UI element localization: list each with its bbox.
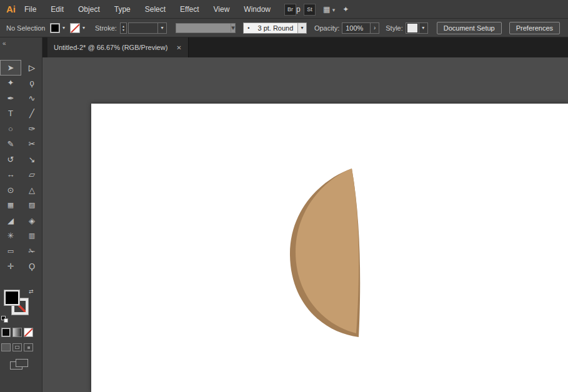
fill-indicator[interactable] [4,290,20,306]
blend-tool[interactable]: ◈ [21,213,42,228]
brush-preview-dot-icon: • [244,25,254,31]
document-tab-strip: Untitled-2* @ 66.67% (RGB/Preview) ✕ [42,37,568,57]
shape-builder-tool[interactable]: ⊙ [0,182,21,198]
style-swatch [407,24,417,32]
slice-tool[interactable]: ✁ [21,243,42,259]
menu-type[interactable]: Type [114,5,131,14]
stepper-down-icon[interactable]: ▾ [122,28,124,32]
canvas-pasteboard[interactable] [42,57,568,392]
document-setup-button[interactable]: Document Setup [437,22,502,34]
document-tab[interactable]: Untitled-2* @ 66.67% (RGB/Preview) ✕ [47,37,189,57]
pen-tool[interactable]: ✒ [0,91,21,106]
gradient-button[interactable] [12,328,22,337]
close-icon[interactable]: ✕ [176,44,181,51]
default-stroke-square [4,318,8,323]
brush-definition-combo[interactable]: • 3 pt. Round ▾ [243,22,307,34]
stock-icon[interactable]: St [304,4,316,16]
draw-normal-button[interactable] [1,343,11,351]
lasso-tool[interactable]: ϙ [21,76,42,91]
chevron-down-icon[interactable]: ▾ [419,23,427,33]
line-segment-tool[interactable]: ╱ [21,106,42,122]
chevron-down-icon: ▾ [332,7,336,13]
selection-tool[interactable]: ➤ [0,60,21,76]
gradient-tool[interactable]: ▨ [21,198,42,213]
width-profile-combo: ▾ [176,23,236,33]
collapse-panel-button[interactable]: « [2,40,6,47]
ellipse-tool[interactable]: ○ [0,121,21,137]
opacity-label: Opacity: [314,24,339,32]
opacity-input[interactable]: 100% [342,22,371,34]
crescent-shape[interactable] [287,164,364,341]
menu-effect[interactable]: Effect [180,5,199,14]
menu-window[interactable]: Window [244,5,271,14]
screen-mode-rect-front [16,359,28,367]
workspace-switcher[interactable]: ▦ ▾ [323,5,335,14]
graphic-style-combo[interactable]: ▾ [406,22,428,34]
magic-wand-tool[interactable]: ✦ [0,76,21,91]
hand-tool[interactable]: ✛ [0,259,21,275]
style-label: Style: [386,24,403,32]
fill-color-swatch[interactable] [50,23,60,33]
selection-status: No Selection [6,24,50,32]
scissors-tool[interactable]: ✂ [21,137,42,152]
menu-bar-right: Br St ▦ ▾ ✦ [284,0,349,19]
tools-grid: ➤ ▷ ✦ ϙ ✒ ∿ T ╱ ○ ✑ ✎ ✂ ↺ ↘ ↔ ▱ ⊙ △ ▦ ▨ … [0,60,42,274]
eyedropper-tool[interactable]: ◢ [0,213,21,228]
illustrator-window: Ai File Edit Object Type Select Effect V… [0,0,568,392]
menu-file[interactable]: File [24,5,36,14]
stroke-color-control[interactable]: ▾ [70,23,86,33]
color-mode-row [1,328,33,337]
shaper-tool[interactable]: ✎ [0,137,21,152]
scale-tool[interactable]: ↘ [21,152,42,167]
draw-inside-button[interactable] [24,343,33,351]
menu-items: File Edit Object Type Select Effect View… [24,5,301,14]
curvature-tool[interactable]: ∿ [21,91,42,106]
fill-stroke-indicator: ⇄ [0,290,42,326]
menu-bar: Ai File Edit Object Type Select Effect V… [0,0,568,19]
control-bar: No Selection ▾ ▾ Stroke: ▴ ▾ ▾ ▾ • 3 pt.… [0,19,568,37]
none-button[interactable] [24,328,33,337]
stroke-color-swatch[interactable] [70,23,80,33]
workspace-grid-icon: ▦ [323,5,330,14]
share-icon[interactable]: ✦ [342,5,349,14]
type-tool[interactable]: T [0,106,21,122]
artboard-tool[interactable]: ▭ [0,243,21,259]
draw-behind-button[interactable] [12,343,22,351]
bridge-icon[interactable]: Br [284,4,296,16]
stroke-weight-stepper[interactable]: ▴ ▾ [120,22,127,34]
menu-edit[interactable]: Edit [51,5,64,14]
crescent-body-path [296,169,359,333]
chevron-down-icon[interactable]: ▾ [81,25,86,31]
stroke-weight-label: Stroke: [95,24,117,32]
menu-view[interactable]: View [214,5,230,14]
chevron-down-icon[interactable]: ▾ [61,25,66,31]
chevron-down-icon[interactable]: ▾ [297,23,306,33]
default-fill-stroke-icon[interactable] [1,316,9,323]
mesh-tool[interactable]: ▦ [0,198,21,213]
column-graph-tool[interactable]: ▥ [21,228,42,244]
drawing-mode-row [1,343,33,351]
color-button[interactable] [1,328,11,337]
document-tab-title: Untitled-2* @ 66.67% (RGB/Preview) [54,44,167,51]
app-logo: Ai [6,4,16,14]
width-tool[interactable]: ↔ [0,167,21,183]
symbol-sprayer-tool[interactable]: ✳ [0,228,21,244]
tools-panel: « ➤ ▷ ✦ ϙ ✒ ∿ T ╱ ○ ✑ ✎ ✂ ↺ ↘ ↔ ▱ ⊙ △ ▦ … [0,37,42,392]
paintbrush-tool[interactable]: ✑ [21,121,42,137]
swap-fill-stroke-icon[interactable]: ⇄ [29,288,34,295]
screen-mode-button[interactable] [10,359,29,370]
fill-color-control[interactable]: ▾ [50,23,66,33]
direct-selection-tool[interactable]: ▷ [21,60,42,76]
menu-select[interactable]: Select [145,5,166,14]
stroke-weight-combo[interactable]: ▾ [128,22,167,34]
perspective-grid-tool[interactable]: △ [21,182,42,198]
preferences-button[interactable]: Preferences [509,22,560,34]
free-transform-tool[interactable]: ▱ [21,167,42,183]
rotate-tool[interactable]: ↺ [0,152,21,167]
chevron-down-icon: ▾ [231,24,235,32]
zoom-tool[interactable]: Ϙ [21,259,42,275]
chevron-down-icon[interactable]: ▾ [157,23,166,33]
menu-object[interactable]: Object [78,5,100,14]
opacity-panel-arrow-icon[interactable]: › [371,22,379,34]
brush-name: 3 pt. Round [254,24,297,32]
